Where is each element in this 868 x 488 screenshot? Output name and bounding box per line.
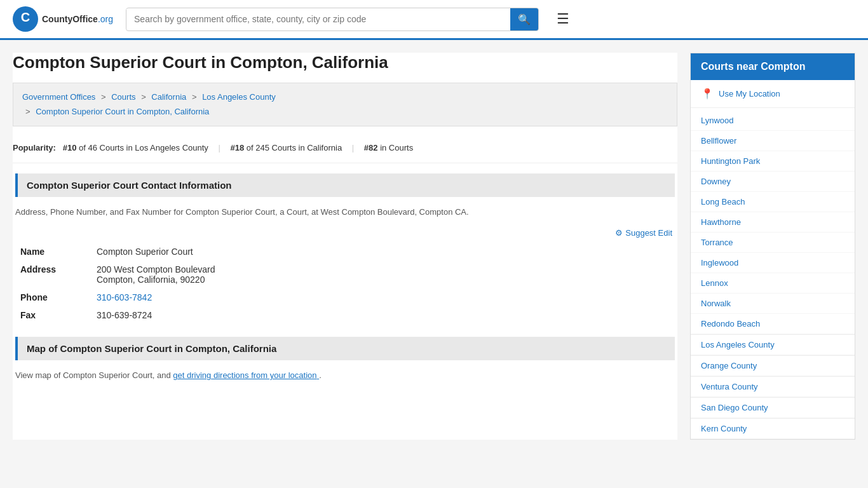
fax-value: 310-639-8724 — [92, 306, 675, 324]
breadcrumb-sep-2: > — [141, 92, 146, 102]
contact-section: Compton Superior Court Contact Informati… — [13, 173, 677, 337]
sidebar: Courts near Compton 📍 Use My Location Ly… — [690, 53, 855, 440]
page-title: Compton Superior Court in Compton, Calif… — [13, 53, 677, 83]
popularity-label: Popularity: — [13, 143, 56, 152]
menu-button[interactable]: ☰ — [552, 8, 574, 30]
use-location-label: Use My Location — [719, 89, 780, 98]
sidebar-city-link[interactable]: Torrance — [691, 233, 855, 253]
name-value: Compton Superior Court — [92, 243, 675, 261]
sidebar-cities: LynwoodBellflowerHuntington ParkDowneyLo… — [691, 111, 855, 334]
breadcrumb-sep-3: > — [192, 92, 197, 102]
sidebar-box: Courts near Compton 📍 Use My Location Ly… — [690, 53, 855, 440]
sidebar-divider — [691, 107, 855, 108]
map-desc-suffix: . — [319, 370, 322, 380]
driving-directions-link[interactable]: get driving directions from your locatio… — [173, 370, 319, 380]
search-input[interactable] — [126, 9, 510, 29]
sidebar-city-link[interactable]: Redondo Beach — [691, 314, 855, 334]
sidebar-city-link[interactable]: Inglewood — [691, 253, 855, 273]
sidebar-counties: Los Angeles CountyOrange CountyVentura C… — [691, 334, 855, 439]
phone-label: Phone — [15, 288, 92, 306]
contact-description: Address, Phone Number, and Fax Number fo… — [15, 206, 675, 219]
address-line1: 200 West Compton Boulevard — [97, 264, 670, 274]
suggest-edit-button[interactable]: ⚙ Suggest Edit — [615, 228, 672, 238]
popularity-rank3: #82 in Courts — [364, 143, 413, 152]
logo-text: CountyOffice.org — [42, 14, 113, 24]
sidebar-city-link[interactable]: Hawthorne — [691, 212, 855, 233]
pop-sep-1: | — [219, 143, 220, 152]
popularity-rank1-text: of 46 Courts in Los Angeles County — [79, 143, 208, 152]
breadcrumb-link-la-county[interactable]: Los Angeles County — [202, 92, 276, 102]
breadcrumb-link-gov[interactable]: Government Offices — [22, 92, 95, 102]
suggest-edit-label: Suggest Edit — [625, 228, 672, 238]
map-desc-prefix: View map of Compton Superior Court, and — [15, 370, 173, 380]
breadcrumb-link-current[interactable]: Compton Superior Court in Compton, Calif… — [36, 107, 209, 116]
fax-row: Fax 310-639-8724 — [15, 306, 675, 324]
location-pin-icon: 📍 — [701, 88, 714, 100]
map-description: View map of Compton Superior Court, and … — [15, 369, 675, 382]
name-label: Name — [15, 243, 92, 261]
sidebar-city-link[interactable]: Norwalk — [691, 294, 855, 314]
search-button[interactable]: 🔍 — [510, 8, 538, 30]
sidebar-city-link[interactable]: Long Beach — [691, 192, 855, 212]
address-row: Address 200 West Compton Boulevard Compt… — [15, 261, 675, 288]
pop-sep-2: | — [352, 143, 354, 152]
sidebar-county-link[interactable]: Los Angeles County — [691, 334, 855, 355]
logo-icon: C — [13, 6, 38, 32]
popularity-rank2: #18 of 245 Courts in California — [231, 143, 344, 152]
suggest-edit-area: ⚙ Suggest Edit — [15, 228, 675, 243]
popularity-rank1: #10 of 46 Courts in Los Angeles County — [63, 143, 211, 152]
sidebar-city-link[interactable]: Huntington Park — [691, 151, 855, 172]
content-area: Compton Superior Court in Compton, Calif… — [13, 53, 677, 440]
logo[interactable]: C CountyOffice.org — [13, 6, 113, 32]
edit-icon: ⚙ — [615, 228, 623, 238]
phone-value: 310-603-7842 — [92, 288, 675, 306]
map-section-header: Map of Compton Superior Court in Compton… — [15, 337, 675, 360]
map-link-text: get driving directions from your locatio… — [173, 370, 316, 380]
sidebar-county-link[interactable]: Kern County — [691, 418, 855, 439]
sidebar-county-link[interactable]: Ventura County — [691, 376, 855, 397]
main-container: Compton Superior Court in Compton, Calif… — [0, 40, 868, 452]
name-row: Name Compton Superior Court — [15, 243, 675, 261]
sidebar-city-link[interactable]: Bellflower — [691, 131, 855, 151]
phone-link[interactable]: 310-603-7842 — [97, 292, 152, 302]
popularity-section: Popularity: #10 of 46 Courts in Los Ange… — [13, 137, 677, 163]
sidebar-city-link[interactable]: Downey — [691, 172, 855, 192]
address-value: 200 West Compton Boulevard Compton, Cali… — [92, 261, 675, 288]
search-bar: 🔍 — [126, 8, 539, 31]
breadcrumb-link-courts[interactable]: Courts — [111, 92, 135, 102]
phone-row: Phone 310-603-7842 — [15, 288, 675, 306]
contact-info-table: Name Compton Superior Court Address 200 … — [15, 243, 675, 324]
use-my-location-link[interactable]: 📍 Use My Location — [691, 80, 855, 105]
popularity-rank3-text: in Courts — [380, 143, 413, 152]
breadcrumb-sep-4: > — [25, 107, 31, 116]
breadcrumb: Government Offices > Courts > California… — [13, 83, 677, 126]
address-label: Address — [15, 261, 92, 288]
contact-section-header: Compton Superior Court Contact Informati… — [15, 173, 675, 197]
breadcrumb-sep-1: > — [101, 92, 106, 102]
header: C CountyOffice.org 🔍 ☰ — [0, 0, 868, 40]
sidebar-city-link[interactable]: Lennox — [691, 273, 855, 294]
sidebar-city-link[interactable]: Lynwood — [691, 111, 855, 131]
svg-text:C: C — [21, 10, 30, 24]
sidebar-title: Courts near Compton — [691, 53, 855, 80]
address-line2: Compton, California, 90220 — [97, 274, 670, 285]
sidebar-county-link[interactable]: Orange County — [691, 355, 855, 376]
map-section: Map of Compton Superior Court in Compton… — [13, 337, 677, 395]
fax-label: Fax — [15, 306, 92, 324]
sidebar-county-link[interactable]: San Diego County — [691, 397, 855, 418]
popularity-rank2-text: of 245 Courts in California — [247, 143, 342, 152]
breadcrumb-link-california[interactable]: California — [151, 92, 186, 102]
